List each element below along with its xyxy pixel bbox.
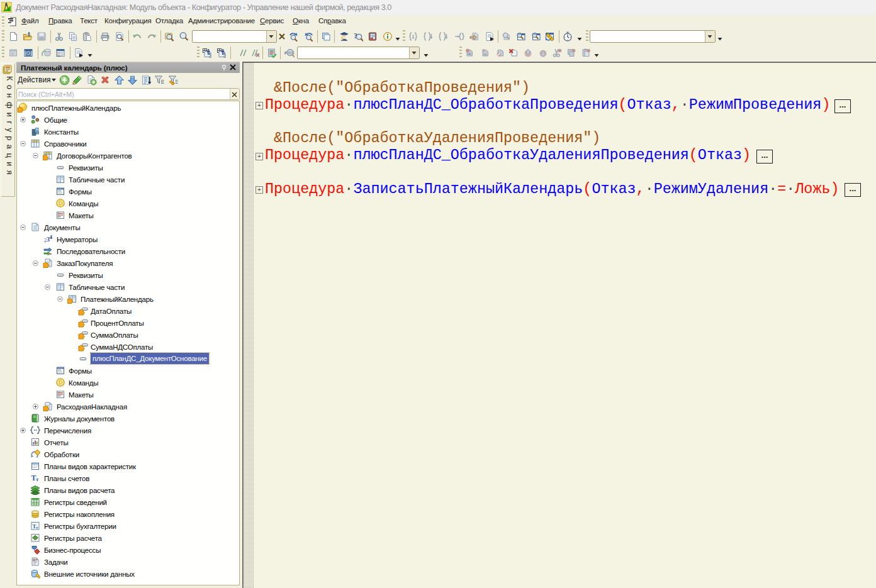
svg-text:?: ? bbox=[482, 48, 485, 54]
svg-text:т: т bbox=[36, 525, 38, 530]
svg-text:С: С bbox=[209, 55, 212, 58]
svg-text:ROC: ROC bbox=[288, 51, 295, 55]
svg-text:С: С bbox=[223, 55, 227, 58]
svg-text:т: т bbox=[36, 476, 39, 482]
svg-text:4: 4 bbox=[50, 234, 53, 240]
